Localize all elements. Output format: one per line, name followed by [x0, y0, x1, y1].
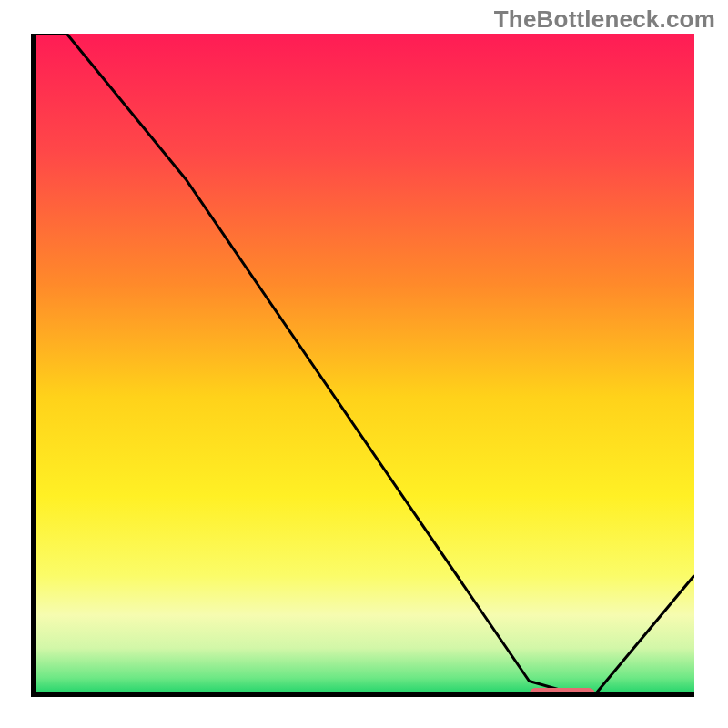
bottleneck-chart: [0, 0, 728, 728]
plot-background-gradient: [34, 34, 694, 694]
